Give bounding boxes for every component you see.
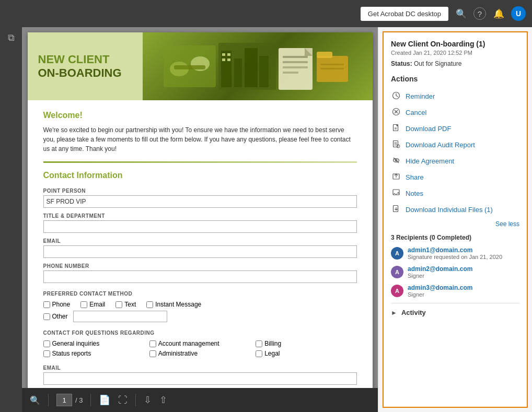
checkbox-text-input[interactable] bbox=[115, 301, 122, 308]
svg-rect-8 bbox=[259, 56, 269, 87]
cq-administrative-input[interactable] bbox=[149, 350, 156, 357]
recipient-3-email[interactable]: admin3@domain.com bbox=[408, 284, 519, 291]
status-value: Out for Signature bbox=[414, 60, 461, 67]
copy-icon[interactable]: ⧉ bbox=[8, 32, 15, 43]
cq-general-inquiries-input[interactable] bbox=[43, 340, 50, 347]
action-download-pdf-label: Download PDF bbox=[406, 125, 451, 133]
action-cancel[interactable]: Cancel bbox=[391, 104, 519, 121]
checkbox-text[interactable]: Text bbox=[115, 301, 136, 308]
cancel-icon bbox=[391, 108, 401, 117]
action-hide-agreement[interactable]: Hide Agreement bbox=[391, 153, 519, 169]
avatar[interactable]: U bbox=[511, 6, 526, 21]
recipient-1-email[interactable]: admin1@domain.com bbox=[408, 246, 519, 254]
toolbar-view-icon[interactable]: 📄 bbox=[99, 394, 110, 406]
cq-general-inquiries[interactable]: General inquiries bbox=[43, 340, 144, 347]
toolbar-upload-icon[interactable]: ⇧ bbox=[159, 394, 167, 406]
svg-rect-6 bbox=[234, 58, 242, 87]
cq-administrative[interactable]: Administrative bbox=[149, 350, 250, 357]
email-input[interactable] bbox=[43, 245, 357, 258]
left-sidebar: ⧉ bbox=[0, 27, 22, 412]
bell-icon[interactable]: 🔔 bbox=[491, 6, 506, 21]
recipient-3-status: Signer bbox=[408, 291, 519, 298]
phone-input[interactable] bbox=[43, 270, 357, 283]
toolbar-divider-3 bbox=[135, 394, 136, 406]
activity-section[interactable]: ► Activity bbox=[391, 303, 519, 322]
checkbox-phone-input[interactable] bbox=[43, 301, 50, 308]
cq-billing[interactable]: Billing bbox=[256, 340, 356, 347]
checkbox-phone[interactable]: Phone bbox=[43, 301, 71, 308]
cq-account-management-input[interactable] bbox=[149, 340, 156, 347]
toolbar-fit-icon[interactable]: ⛶ bbox=[118, 395, 128, 406]
email2-label: EMAIL bbox=[43, 365, 357, 371]
svg-rect-44 bbox=[394, 206, 398, 212]
action-share[interactable]: Share bbox=[391, 169, 519, 185]
reminder-icon bbox=[391, 91, 401, 101]
contact-questions-section: CONTACT FOR QUESTIONS REGARDING General … bbox=[43, 330, 357, 357]
checkbox-other-input[interactable] bbox=[43, 313, 50, 320]
document-area: NEW CLIENT ON-BOARDING bbox=[22, 27, 378, 412]
contact-section-title: Contact Information bbox=[43, 171, 357, 180]
other-row: Other bbox=[43, 311, 357, 322]
recipients-title: 3 Recipients (0 Completed) bbox=[391, 234, 519, 241]
action-notes[interactable]: Notes bbox=[391, 185, 519, 202]
status-label: Status: bbox=[391, 60, 412, 67]
svg-line-37 bbox=[397, 145, 398, 146]
doc-header-image bbox=[143, 32, 373, 100]
recipient-1-status: Signature requested on Jan 21, 2020 bbox=[408, 254, 519, 260]
section-divider bbox=[43, 161, 357, 163]
help-icon[interactable]: ? bbox=[473, 7, 486, 20]
agreement-date: Created Jan 21, 2020 12:52 PM bbox=[391, 50, 519, 56]
title-dept-label: TITLE & DEPARTMENT bbox=[43, 213, 357, 219]
main-layout: ⧉ NEW CLIENT ON-BOARDING bbox=[0, 27, 532, 412]
cq-billing-input[interactable] bbox=[256, 340, 262, 347]
toolbar-search-icon[interactable]: 🔍 bbox=[30, 395, 40, 405]
action-reminder[interactable]: Reminder bbox=[391, 88, 519, 104]
doc-header-text: NEW CLIENT ON-BOARDING bbox=[28, 32, 143, 100]
cq-legal-input[interactable] bbox=[256, 350, 262, 357]
cq-status-reports[interactable]: Status reports bbox=[43, 350, 144, 357]
cq-status-reports-input[interactable] bbox=[43, 350, 50, 357]
action-download-individual[interactable]: Download Individual Files (1) bbox=[391, 202, 519, 218]
checkbox-email-input[interactable] bbox=[80, 301, 87, 308]
right-panel-inner: New Client On-boarding (1) Created Jan 2… bbox=[383, 31, 528, 408]
search-icon[interactable]: 🔍 bbox=[454, 6, 468, 21]
point-person-input[interactable] bbox=[43, 195, 357, 208]
checkbox-instant-message-input[interactable] bbox=[146, 301, 153, 308]
see-less-button[interactable]: See less bbox=[391, 220, 519, 228]
doc-header: NEW CLIENT ON-BOARDING bbox=[28, 32, 373, 100]
action-download-audit-label: Download Audit Report bbox=[406, 141, 475, 149]
title-dept-input[interactable] bbox=[43, 220, 357, 233]
other-text-input[interactable] bbox=[73, 311, 167, 322]
checkbox-instant-message[interactable]: Instant Message bbox=[146, 301, 201, 308]
action-download-pdf[interactable]: Download PDF bbox=[391, 121, 519, 137]
notes-icon bbox=[391, 189, 401, 198]
email2-input[interactable] bbox=[43, 372, 357, 385]
download-individual-icon bbox=[391, 205, 401, 215]
document-scroll[interactable]: NEW CLIENT ON-BOARDING bbox=[22, 27, 378, 388]
point-person-label: POINT PERSON bbox=[43, 188, 357, 194]
svg-rect-3 bbox=[174, 65, 205, 69]
recipient-2-info: admin2@domain.com Signer bbox=[408, 265, 519, 279]
cq-legal[interactable]: Legal bbox=[256, 350, 356, 357]
checkbox-other[interactable]: Other bbox=[43, 313, 68, 320]
recipient-3-avatar: A bbox=[391, 285, 403, 297]
doc-title-line1: NEW CLIENT bbox=[38, 53, 132, 66]
cq-account-management[interactable]: Account management bbox=[149, 340, 250, 347]
page-number-input[interactable] bbox=[56, 394, 72, 406]
preferred-contact-label: PREFERRED CONTACT METHOD bbox=[43, 291, 357, 297]
doc-body: Welcome! We're so excited to begin our p… bbox=[28, 100, 373, 388]
preferred-checkboxes-row: Phone Email Text Instant Message bbox=[43, 301, 357, 308]
toolbar-download-icon[interactable]: ⇩ bbox=[144, 394, 152, 406]
svg-rect-11 bbox=[222, 58, 225, 61]
acrobat-desktop-button[interactable]: Get Acrobat DC desktop bbox=[361, 7, 448, 21]
svg-rect-14 bbox=[283, 56, 308, 58]
action-download-audit[interactable]: Download Audit Report bbox=[391, 137, 519, 153]
recipient-3: A admin3@domain.com Signer bbox=[391, 284, 519, 298]
svg-rect-16 bbox=[283, 66, 308, 68]
download-pdf-icon bbox=[391, 124, 401, 134]
recipient-2-email[interactable]: admin2@domain.com bbox=[408, 265, 519, 273]
document-page: NEW CLIENT ON-BOARDING bbox=[28, 32, 373, 388]
recipient-3-info: admin3@domain.com Signer bbox=[408, 284, 519, 298]
recipient-1: A admin1@domain.com Signature requested … bbox=[391, 246, 519, 260]
checkbox-email[interactable]: Email bbox=[80, 301, 105, 308]
